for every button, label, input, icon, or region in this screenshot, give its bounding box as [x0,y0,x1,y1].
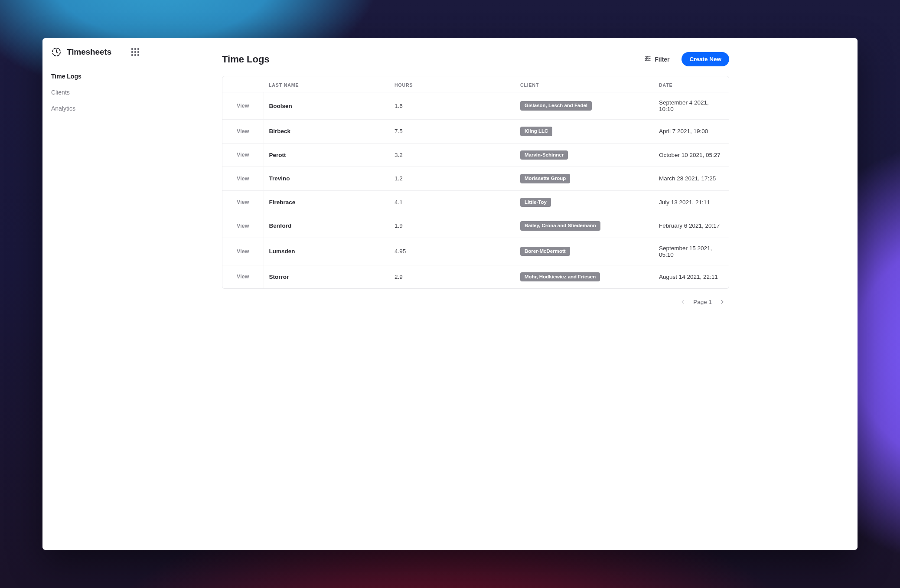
cell-date: February 6 2021, 20:17 [654,214,729,238]
cell-client: Marvin-Schinner [515,143,654,167]
sidebar-nav: Time Logs Clients Analytics [42,66,148,116]
sidebar-item-analytics[interactable]: Analytics [42,101,148,117]
col-action-header [222,76,264,92]
table-row: ViewLumsden4.95Borer-McDermottSeptember … [222,238,729,265]
cell-last-name: Perott [264,143,389,167]
cell-hours: 2.9 [389,265,515,288]
clock-history-icon [51,47,62,57]
cell-client: Bailey, Crona and Stiedemann [515,214,654,238]
client-tag[interactable]: Bailey, Crona and Stiedemann [520,221,600,231]
svg-point-5 [646,60,647,61]
view-link[interactable]: View [222,214,264,238]
cell-client: Kling LLC [515,120,654,144]
cell-last-name: Birbeck [264,120,389,144]
cell-hours: 1.2 [389,167,515,191]
pager-label: Page 1 [693,299,712,305]
table-row: ViewBirbeck7.5Kling LLCApril 7 2021, 19:… [222,120,729,144]
view-link[interactable]: View [222,190,264,214]
client-tag[interactable]: Kling LLC [520,127,552,136]
filter-button[interactable]: Filter [640,52,674,66]
cell-client: Morissette Group [515,167,654,191]
pager-prev-button[interactable] [678,297,687,306]
table-row: ViewStorror2.9Mohr, Hodkiewicz and Fries… [222,265,729,288]
cell-date: October 10 2021, 05:27 [654,143,729,167]
cell-hours: 1.9 [389,214,515,238]
table-row: ViewFirebrace4.1Little-ToyJuly 13 2021, … [222,190,729,214]
view-link[interactable]: View [222,167,264,191]
client-tag[interactable]: Morissette Group [520,174,570,183]
cell-hours: 1.6 [389,92,515,120]
cell-last-name: Benford [264,214,389,238]
cell-hours: 4.95 [389,238,515,265]
cell-client: Borer-McDermott [515,238,654,265]
col-last-name-header[interactable]: Last Name [264,76,389,92]
sidebar-header: Timesheets [42,38,148,66]
cell-hours: 7.5 [389,120,515,144]
time-logs-table: Last Name Hours Client Date ViewBoolsen1… [222,76,729,288]
svg-point-1 [646,56,648,58]
page-header: Time Logs Filter Create New [222,49,729,76]
filter-label: Filter [655,56,669,63]
sidebar-item-clients[interactable]: Clients [42,85,148,101]
apps-grid-icon[interactable] [131,48,139,56]
cell-last-name: Storror [264,265,389,288]
cell-hours: 3.2 [389,143,515,167]
chevron-left-icon [680,299,686,305]
cell-hours: 4.1 [389,190,515,214]
cell-client: Little-Toy [515,190,654,214]
sliders-icon [644,55,651,63]
table-row: ViewBenford1.9Bailey, Crona and Stiedema… [222,214,729,238]
content-wrap: Time Logs Filter Create New [148,49,729,306]
cell-date: September 4 2021, 10:10 [654,92,729,120]
chevron-right-icon [719,299,725,305]
pager-next-button[interactable] [718,297,727,306]
table-row: ViewBoolsen1.6Gislason, Lesch and FadelS… [222,92,729,120]
sidebar-item-time-logs[interactable]: Time Logs [42,69,148,85]
main-content: Time Logs Filter Create New [148,38,858,550]
table-head: Last Name Hours Client Date [222,76,729,92]
cell-date: March 28 2021, 17:25 [654,167,729,191]
col-date-header[interactable]: Date [654,76,729,92]
cell-date: April 7 2021, 19:00 [654,120,729,144]
app-window: Timesheets Time Logs Clients Analytics T… [42,38,858,550]
table-wrap: Last Name Hours Client Date ViewBoolsen1… [222,76,729,289]
cell-last-name: Boolsen [264,92,389,120]
page-title: Time Logs [222,54,270,65]
cell-last-name: Trevino [264,167,389,191]
cell-date: August 14 2021, 22:11 [654,265,729,288]
client-tag[interactable]: Mohr, Hodkiewicz and Friesen [520,272,600,282]
create-new-button[interactable]: Create New [682,52,729,66]
table-body: ViewBoolsen1.6Gislason, Lesch and FadelS… [222,92,729,289]
cell-client: Mohr, Hodkiewicz and Friesen [515,265,654,288]
svg-point-3 [648,58,649,59]
app-brand[interactable]: Timesheets [51,47,111,57]
cell-date: July 13 2021, 21:11 [654,190,729,214]
table-row: ViewPerott3.2Marvin-SchinnerOctober 10 2… [222,143,729,167]
cell-client: Gislason, Lesch and Fadel [515,92,654,120]
cell-last-name: Firebrace [264,190,389,214]
pagination: Page 1 [222,289,729,306]
page-actions: Filter Create New [640,52,729,66]
col-client-header[interactable]: Client [515,76,654,92]
client-tag[interactable]: Gislason, Lesch and Fadel [520,101,592,111]
client-tag[interactable]: Borer-McDermott [520,247,570,256]
col-hours-header[interactable]: Hours [389,76,515,92]
view-link[interactable]: View [222,238,264,265]
view-link[interactable]: View [222,120,264,144]
app-title: Timesheets [67,47,111,57]
cell-date: September 15 2021, 05:10 [654,238,729,265]
view-link[interactable]: View [222,143,264,167]
client-tag[interactable]: Marvin-Schinner [520,150,568,160]
table-row: ViewTrevino1.2Morissette GroupMarch 28 2… [222,167,729,191]
view-link[interactable]: View [222,265,264,288]
sidebar: Timesheets Time Logs Clients Analytics [42,38,148,550]
view-link[interactable]: View [222,92,264,120]
client-tag[interactable]: Little-Toy [520,198,551,207]
cell-last-name: Lumsden [264,238,389,265]
